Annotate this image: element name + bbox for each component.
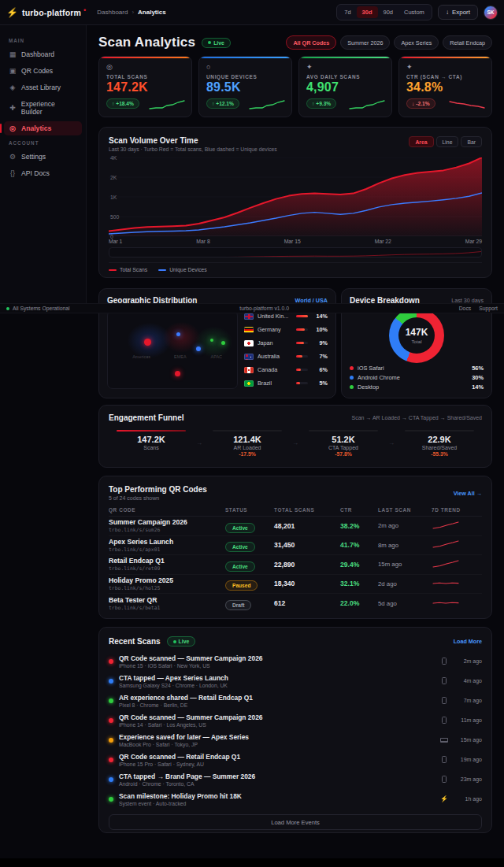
funnel-stage: 51.2KCTA Tapped-57.8% bbox=[301, 430, 386, 457]
footer-link-support[interactable]: Support bbox=[479, 306, 498, 311]
sidebar-item-settings[interactable]: ⚙Settings bbox=[4, 150, 82, 164]
breadcrumb-item-analytics[interactable]: Analytics bbox=[138, 9, 166, 16]
avatar[interactable]: SK bbox=[484, 6, 498, 20]
table-row[interactable]: Holiday Promo 2025trbo.link/s/hol25Pause… bbox=[109, 575, 482, 595]
range-button-30d[interactable]: 30d bbox=[357, 6, 378, 18]
settings-icon: ⚙ bbox=[9, 153, 17, 161]
view-all-link[interactable]: View All → bbox=[454, 490, 482, 497]
sidebar-item-api-docs[interactable]: {}API Docs bbox=[4, 166, 82, 180]
funnel-stage-bar bbox=[405, 430, 474, 432]
filter-chip[interactable]: Retail Endcap bbox=[443, 35, 492, 50]
stat-sparkline bbox=[349, 98, 385, 111]
breadcrumb-item-dashboard[interactable]: Dashboard bbox=[97, 9, 128, 16]
engagement-funnel-card: Engagement Funnel Scan → AR Loaded → CTA… bbox=[98, 405, 492, 468]
country-bar-fill bbox=[296, 355, 302, 358]
event-meta: Samsung Galaxy S24 · Chrome · London, UK bbox=[119, 683, 438, 688]
device-name: iOS Safari bbox=[358, 365, 384, 372]
device-pct: 56% bbox=[472, 365, 484, 372]
event-row[interactable]: QR Code scanned — Retail Endcap Q1iPhone… bbox=[109, 750, 482, 769]
stat-card: ✦AVG DAILY SCANS4,907↑+9.3% bbox=[298, 56, 392, 117]
device-pct: 14% bbox=[472, 383, 484, 391]
system-status: All Systems Operational bbox=[6, 306, 70, 311]
filter-chips: All QR CodesSummer 2026Apex SeriesRetail… bbox=[286, 35, 492, 50]
chart-mode-line[interactable]: Line bbox=[436, 136, 459, 147]
event-time: 4m ago bbox=[450, 678, 482, 684]
country-pct: 6% bbox=[312, 366, 328, 373]
sidebar-item-qr-codes[interactable]: ▣QR Codes bbox=[4, 64, 82, 78]
country-bar bbox=[296, 328, 308, 331]
table-row[interactable]: Apex Series Launchtrbo.link/s/apx01Activ… bbox=[109, 536, 482, 556]
total-scans-cell: 18,340 bbox=[274, 580, 340, 587]
breadcrumb: Dashboard›Analytics bbox=[97, 9, 165, 16]
brand[interactable]: ⚡ turbo-platform • bbox=[6, 7, 86, 18]
load-more-link[interactable]: Load More bbox=[454, 638, 482, 645]
funnel-stage-value: 22.9K bbox=[397, 435, 482, 444]
legend-item: Total Scans bbox=[109, 267, 147, 272]
event-row[interactable]: Experience saved for later — Apex Series… bbox=[109, 730, 482, 750]
event-row[interactable]: Scan milestone: Holiday Promo hit 18KSys… bbox=[109, 789, 482, 809]
sidebar-item-label: API Docs bbox=[21, 169, 50, 177]
event-time: 15m ago bbox=[450, 737, 482, 743]
event-row[interactable]: CTA tapped → Brand Page — Summer 2026And… bbox=[109, 769, 482, 789]
sidebar-item-experience-builder[interactable]: ✚Experience Builder bbox=[4, 97, 82, 119]
event-title: QR Code scanned — Summer Campaign 2026 bbox=[119, 654, 438, 662]
column-header: CTR bbox=[340, 507, 378, 513]
status-dot-icon bbox=[6, 307, 9, 310]
live-label: Live bbox=[213, 40, 224, 46]
table-row[interactable]: Beta Tester QRtrbo.link/s/beta1Draft6122… bbox=[109, 594, 482, 613]
event-meta: MacBook Pro · Safari · Tokyo, JP bbox=[119, 742, 438, 747]
status-badge: Active bbox=[225, 561, 255, 572]
brand-name: turbo-platform bbox=[22, 8, 81, 17]
funnel-arrow-icon: → bbox=[290, 430, 301, 446]
qr-code-link: trbo.link/s/beta1 bbox=[109, 605, 225, 611]
map-dot bbox=[210, 339, 213, 342]
trend-sparkline bbox=[432, 521, 460, 530]
status-badge: Paused bbox=[225, 580, 258, 591]
event-row[interactable]: AR experience shared — Retail Endcap Q1P… bbox=[109, 691, 482, 710]
range-button-90d[interactable]: 90d bbox=[378, 6, 399, 18]
export-button[interactable]: ↓ Export bbox=[438, 5, 478, 20]
stat-label: CTR (SCAN → CTA) bbox=[406, 74, 484, 80]
live-badge: Live bbox=[202, 38, 231, 48]
filter-chip[interactable]: Summer 2026 bbox=[340, 35, 390, 50]
y-axis-tick: 2K bbox=[110, 175, 117, 180]
table-row[interactable]: Summer Campaign 2026trbo.link/s/sum26Act… bbox=[109, 517, 482, 536]
qr-code-name: Retail Endcap Q1 bbox=[109, 557, 225, 565]
range-button-7d[interactable]: 7d bbox=[339, 6, 356, 18]
stat-icon: ◎ bbox=[106, 63, 184, 71]
table-body: Summer Campaign 2026trbo.link/s/sum26Act… bbox=[109, 517, 482, 613]
stat-accent-bar bbox=[199, 57, 291, 58]
footer-link-docs[interactable]: Docs bbox=[459, 306, 472, 311]
table-row[interactable]: Retail Endcap Q1trbo.link/s/ret09Active2… bbox=[109, 555, 482, 575]
sidebar-item-analytics[interactable]: ◎Analytics bbox=[4, 121, 82, 135]
funnel-stage-bar bbox=[117, 430, 186, 432]
country-pct: 10% bbox=[312, 326, 328, 333]
chart-brush[interactable] bbox=[109, 247, 482, 258]
chart-mode-group: AreaLineBar bbox=[409, 136, 482, 147]
event-meta: System event · Auto-tracked bbox=[119, 801, 438, 806]
event-row[interactable]: CTA tapped — Apex Series LaunchSamsung G… bbox=[109, 671, 482, 691]
chart-mode-bar[interactable]: Bar bbox=[461, 136, 482, 147]
lightning-logo-icon: ⚡ bbox=[6, 7, 18, 18]
range-button-custom[interactable]: Custom bbox=[398, 6, 430, 18]
event-row[interactable]: QR Code scanned — Summer Campaign 2026iP… bbox=[109, 651, 482, 671]
event-title: CTA tapped — Apex Series Launch bbox=[119, 674, 438, 682]
country-pct: 5% bbox=[312, 380, 328, 387]
country-bar bbox=[296, 369, 308, 371]
total-scans-cell: 31,450 bbox=[274, 541, 340, 549]
flag-ca-icon bbox=[244, 367, 254, 373]
event-row[interactable]: QR Code scanned — Summer Campaign 2026iP… bbox=[109, 710, 482, 730]
sidebar-item-dashboard[interactable]: ▦Dashboard bbox=[4, 47, 82, 61]
donut-total: 147K bbox=[406, 327, 428, 338]
device-legend-row: Desktop14% bbox=[350, 382, 484, 391]
filter-chip[interactable]: Apex Series bbox=[394, 35, 439, 50]
event-meta: iPhone 15 · iOS Safari · New York, US bbox=[119, 663, 438, 669]
flag-br-icon bbox=[244, 380, 254, 387]
funnel-stage-label: CTA Tapped bbox=[301, 445, 386, 450]
stat-delta: +9.3% bbox=[316, 101, 331, 106]
load-more-events-button[interactable]: Load More Events bbox=[109, 814, 482, 830]
chart-mode-area[interactable]: Area bbox=[409, 136, 433, 147]
filter-chip[interactable]: All QR Codes bbox=[286, 35, 336, 50]
sidebar-item-asset-library[interactable]: ◈Asset Library bbox=[4, 80, 82, 94]
trend-sparkline bbox=[432, 539, 460, 549]
